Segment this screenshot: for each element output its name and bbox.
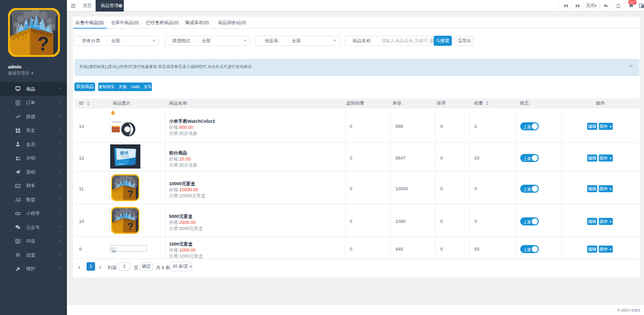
svg-text:¥: ¥ xyxy=(17,184,19,187)
svg-text:图书: 图书 xyxy=(120,151,128,155)
